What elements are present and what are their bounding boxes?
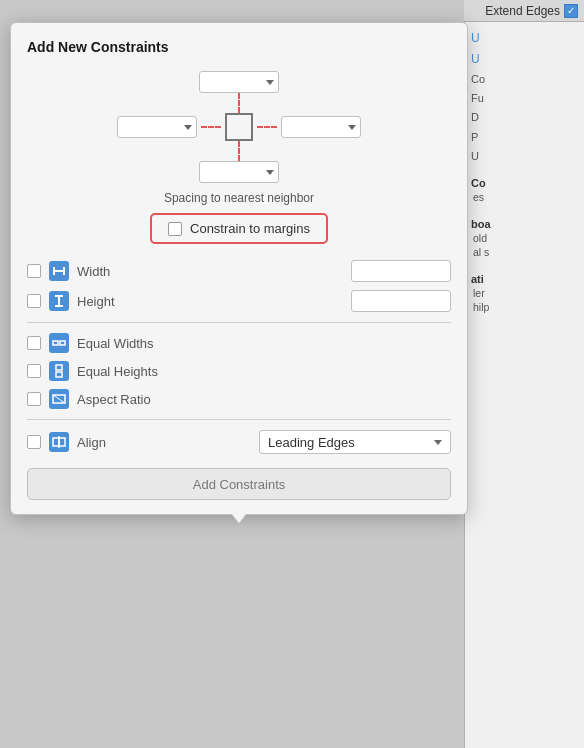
- equal-heights-row: Equal Heights: [27, 357, 451, 385]
- constrain-margins-row: Constrain to margins: [27, 213, 451, 244]
- equal-widths-row: Equal Widths: [27, 329, 451, 357]
- equal-widths-checkbox[interactable]: [27, 336, 41, 350]
- add-constraints-button[interactable]: Add Constraints: [27, 468, 451, 500]
- height-icon: [49, 291, 69, 311]
- svg-rect-8: [56, 365, 62, 370]
- aspect-ratio-icon: [49, 389, 69, 409]
- svg-rect-5: [55, 305, 63, 307]
- svg-rect-12: [53, 438, 59, 446]
- width-row: Width: [27, 256, 451, 286]
- spacing-left-arrow: [184, 125, 192, 130]
- rp-text-ati: lerhilp: [471, 285, 578, 316]
- align-icon: [49, 432, 69, 452]
- center-element-box: [225, 113, 253, 141]
- add-constraints-panel: Add New Constraints: [10, 22, 468, 515]
- divider-2: [27, 419, 451, 420]
- right-panel: U U Co Fu D P U Co es boa oldal s ati le…: [464, 22, 584, 748]
- svg-rect-13: [59, 438, 65, 446]
- svg-rect-4: [55, 295, 63, 297]
- spacing-left-input[interactable]: [117, 116, 197, 138]
- rp-item-u1: U: [469, 28, 580, 49]
- align-select[interactable]: Leading Edges: [259, 430, 451, 454]
- panel-title: Add New Constraints: [27, 39, 451, 55]
- spacing-diagram: [27, 71, 451, 183]
- width-checkbox[interactable]: [27, 264, 41, 278]
- constrain-margins-box[interactable]: Constrain to margins: [150, 213, 328, 244]
- aspect-ratio-label: Aspect Ratio: [77, 392, 451, 407]
- height-checkbox[interactable]: [27, 294, 41, 308]
- extend-edges-checkbox[interactable]: ✓: [564, 4, 578, 18]
- rp-label-p: P: [469, 128, 580, 147]
- rp-text-boa: oldal s: [471, 230, 578, 261]
- svg-rect-1: [53, 267, 55, 275]
- dashed-bottom: [238, 141, 240, 161]
- rp-item-u2: U: [469, 49, 580, 70]
- spacing-top-row: [199, 71, 279, 93]
- spacing-bottom-row: [199, 161, 279, 183]
- align-select-value: Leading Edges: [268, 435, 355, 450]
- equal-heights-icon: [49, 361, 69, 381]
- top-bar: Extend Edges ✓: [464, 0, 584, 22]
- align-checkbox[interactable]: [27, 435, 41, 449]
- height-row: Height: [27, 286, 451, 316]
- align-select-chevron: [434, 440, 442, 445]
- rp-label-d: D: [469, 108, 580, 127]
- height-label: Height: [77, 294, 343, 309]
- width-select[interactable]: [351, 260, 451, 282]
- dashed-left: [201, 126, 221, 128]
- spacing-bottom-arrow: [266, 170, 274, 175]
- divider-1: [27, 322, 451, 323]
- spacing-right-input[interactable]: [281, 116, 361, 138]
- equal-heights-label: Equal Heights: [77, 364, 451, 379]
- svg-rect-7: [60, 341, 65, 345]
- svg-rect-2: [63, 267, 65, 275]
- spacing-label: Spacing to nearest neighbor: [27, 191, 451, 205]
- spacing-top-arrow: [266, 80, 274, 85]
- rp-section-co: Co es: [469, 175, 580, 209]
- aspect-ratio-checkbox[interactable]: [27, 392, 41, 406]
- constrain-margins-checkbox[interactable]: [168, 222, 182, 236]
- rp-label-fu: Fu: [469, 89, 580, 108]
- rp-section-ati: ati lerhilp: [469, 271, 580, 318]
- spacing-middle-row: [117, 113, 361, 141]
- align-label: Align: [77, 435, 251, 450]
- constrain-margins-label: Constrain to margins: [190, 221, 310, 236]
- aspect-ratio-row: Aspect Ratio: [27, 385, 451, 413]
- svg-rect-9: [56, 372, 62, 377]
- rp-section-boa: boa oldal s: [469, 216, 580, 263]
- align-row: Align Leading Edges: [27, 426, 451, 458]
- extend-edges-label: Extend Edges: [485, 4, 560, 18]
- equal-heights-checkbox[interactable]: [27, 364, 41, 378]
- spacing-right-arrow: [348, 125, 356, 130]
- svg-line-11: [53, 395, 65, 403]
- equal-widths-icon: [49, 333, 69, 353]
- equal-widths-label: Equal Widths: [77, 336, 451, 351]
- rp-label-co: Co: [469, 70, 580, 89]
- spacing-top-input[interactable]: [199, 71, 279, 93]
- dashed-right: [257, 126, 277, 128]
- height-select[interactable]: [351, 290, 451, 312]
- rp-label-u: U: [469, 147, 580, 166]
- svg-rect-6: [53, 341, 58, 345]
- spacing-bottom-input[interactable]: [199, 161, 279, 183]
- width-icon: [49, 261, 69, 281]
- rp-text-co: es: [471, 189, 578, 207]
- width-label: Width: [77, 264, 343, 279]
- dashed-top: [238, 93, 240, 113]
- panel-bottom-arrow: [231, 514, 247, 524]
